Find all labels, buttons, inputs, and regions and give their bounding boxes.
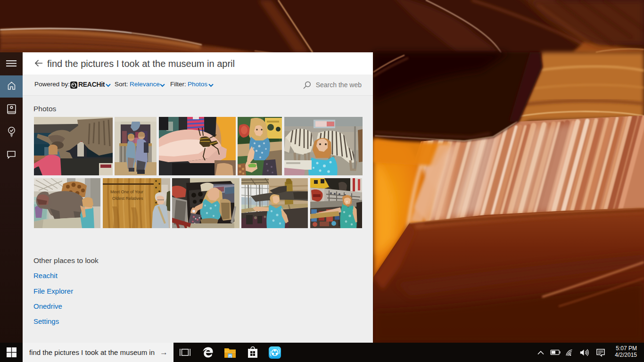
svg-text:Oldest Relatives: Oldest Relatives bbox=[112, 196, 143, 201]
svg-text:Meet One of Your: Meet One of Your bbox=[110, 189, 143, 194]
